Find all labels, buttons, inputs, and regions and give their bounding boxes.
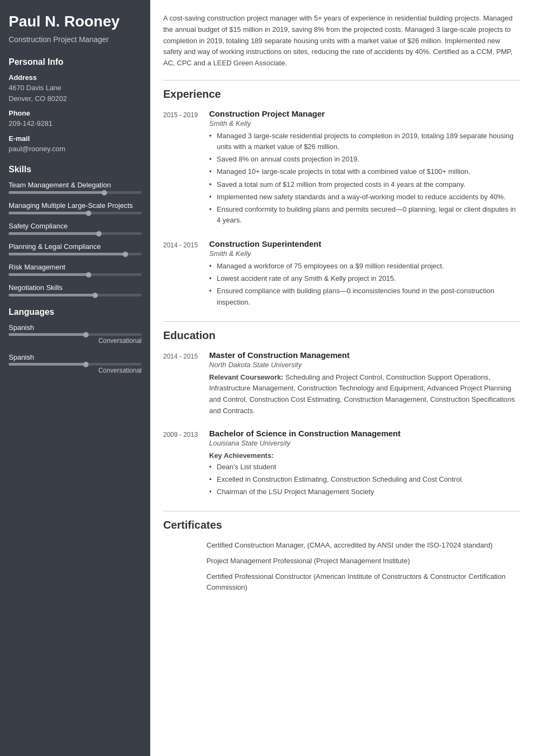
skill-name: Safety Compliance <box>9 222 142 230</box>
candidate-title: Construction Project Manager <box>9 35 142 44</box>
skill-name: Negotiation Skills <box>9 284 142 292</box>
skill-bar-fill <box>9 191 104 194</box>
experience-entry: 2014 - 2015 Construction Superintendent … <box>163 239 520 309</box>
skill-bar-dot <box>96 231 102 237</box>
skill-item: Negotiation Skills <box>9 284 142 296</box>
education-bullets: Dean's List studentExcelled in Construct… <box>209 462 520 497</box>
skills-section: Skills Team Management & Delegation Mana… <box>9 165 142 296</box>
skill-name: Risk Management <box>9 263 142 271</box>
entry-extra: Key Achievements: <box>209 450 520 462</box>
education-bullet: Excelled in Construction Estimating, Con… <box>209 474 520 485</box>
skill-name: Managing Multiple Large-Scale Projects <box>9 201 142 210</box>
experience-bullet: Saved a total sum of $12 million from pr… <box>209 179 520 190</box>
entry-school: Louisiana State University <box>209 439 520 447</box>
experience-bullet: Ensured conformity to building plans and… <box>209 204 520 226</box>
experience-bullet: Implemented new safety standards and a w… <box>209 192 520 202</box>
skill-bar-fill <box>9 212 89 214</box>
sidebar-name-section: Paul N. Rooney Construction Project Mana… <box>9 13 142 44</box>
education-bullet: Chairman of the LSU Project Management S… <box>209 487 520 497</box>
language-bar-fill <box>9 333 86 336</box>
language-item: Spanish Conversational <box>9 353 142 374</box>
language-bar-fill <box>9 363 86 366</box>
skill-bar-dot <box>86 272 91 278</box>
skill-bar-bg <box>9 294 142 296</box>
experience-bullet: Managed 10+ large-scale projects in tota… <box>209 166 520 177</box>
skill-bar-bg <box>9 191 142 194</box>
language-name: Spanish <box>9 353 142 361</box>
entry-body: Master of Construction Management North … <box>209 350 520 417</box>
language-level: Conversational <box>9 367 142 374</box>
address-label: Address <box>9 73 142 82</box>
language-level: Conversational <box>9 337 142 345</box>
language-bar-bg <box>9 333 142 336</box>
languages-section: Languages Spanish Conversational Spanish… <box>9 307 142 374</box>
skill-item: Planning & Legal Compliance <box>9 242 142 255</box>
address-line2: Denver, CO 80202 <box>9 93 142 104</box>
sidebar: Paul N. Rooney Construction Project Mana… <box>0 0 150 756</box>
certificate-item: Certified Professional Constructor (Amer… <box>206 571 520 594</box>
experience-bullet: Managed 3 large-scale residential projec… <box>209 131 520 152</box>
language-name: Spanish <box>9 323 142 332</box>
skill-bar-bg <box>9 232 142 235</box>
personal-info-section: Personal Info Address 4670 Davis Lane De… <box>9 57 142 154</box>
languages-list: Spanish Conversational Spanish Conversat… <box>9 323 142 374</box>
skill-item: Team Management & Delegation <box>9 181 142 194</box>
main-content: A cost-saving construction project manag… <box>150 0 535 756</box>
language-item: Spanish Conversational <box>9 323 142 345</box>
skill-item: Managing Multiple Large-Scale Projects <box>9 201 142 214</box>
experience-bullet: Ensured compliance with building plans—0… <box>209 286 520 307</box>
skills-heading: Skills <box>9 165 142 174</box>
entry-body: Construction Project Manager Smith & Kel… <box>209 109 520 227</box>
personal-info-heading: Personal Info <box>9 57 142 67</box>
entry-body: Construction Superintendent Smith & Kell… <box>209 239 520 309</box>
education-bullet: Dean's List student <box>209 462 520 473</box>
skill-bar-fill <box>9 294 95 296</box>
skill-bar-bg <box>9 253 142 255</box>
language-bar-dot <box>83 362 89 367</box>
entry-title: Bachelor of Science in Construction Mana… <box>209 429 520 438</box>
entry-extra: Relevant Coursework: Scheduling and Proj… <box>209 372 520 417</box>
certificate-item: Project Management Professional (Project… <box>206 556 520 567</box>
certificates-items: Certified Construction Manager, (CMAA, a… <box>206 540 520 593</box>
experience-bullets: Managed a workforce of 75 employees on a… <box>209 261 520 308</box>
candidate-name: Paul N. Rooney <box>9 13 142 30</box>
education-entry: 2009 - 2013 Bachelor of Science in Const… <box>163 429 520 499</box>
entry-company: Smith & Kelly <box>209 119 520 127</box>
certificates-list: Certified Construction Manager, (CMAA, a… <box>163 540 520 593</box>
languages-heading: Languages <box>9 307 142 317</box>
resume-container: Paul N. Rooney Construction Project Mana… <box>0 0 535 756</box>
skill-name: Team Management & Delegation <box>9 181 142 189</box>
skill-bar-fill <box>9 273 89 276</box>
language-bar-bg <box>9 363 142 366</box>
education-divider <box>163 321 520 322</box>
entry-title: Master of Construction Management <box>209 350 520 360</box>
skill-bar-fill <box>9 253 125 255</box>
phone-value: 209-142-9281 <box>9 118 142 129</box>
entry-date: 2014 - 2015 <box>163 350 209 417</box>
entry-date: 2009 - 2013 <box>163 429 209 499</box>
phone-label: Phone <box>9 109 142 117</box>
education-heading: Education <box>163 329 520 342</box>
experience-entries: 2015 - 2019 Construction Project Manager… <box>163 109 520 309</box>
summary: A cost-saving construction project manag… <box>163 13 520 69</box>
skill-item: Safety Compliance <box>9 222 142 235</box>
certificate-item: Certified Construction Manager, (CMAA, a… <box>206 540 520 551</box>
skill-bar-fill <box>9 232 99 235</box>
entry-body: Bachelor of Science in Construction Mana… <box>209 429 520 499</box>
certificates-divider <box>163 511 520 511</box>
certificates-heading: Certificates <box>163 519 520 531</box>
skill-bar-dot <box>86 211 91 216</box>
education-entries: 2014 - 2015 Master of Construction Manag… <box>163 350 520 499</box>
entry-company: Smith & Kelly <box>209 249 520 258</box>
address-line1: 4670 Davis Lane <box>9 83 142 93</box>
experience-divider <box>163 80 520 80</box>
skill-bar-bg <box>9 273 142 276</box>
skill-bar-dot <box>123 252 128 257</box>
entry-title: Construction Superintendent <box>209 239 520 248</box>
experience-bullet: Lowest accident rate of any Smith & Kell… <box>209 273 520 284</box>
skill-bar-bg <box>9 212 142 214</box>
experience-heading: Experience <box>163 88 520 100</box>
education-entry: 2014 - 2015 Master of Construction Manag… <box>163 350 520 417</box>
entry-date: 2015 - 2019 <box>163 109 209 227</box>
skill-bar-dot <box>102 190 107 195</box>
